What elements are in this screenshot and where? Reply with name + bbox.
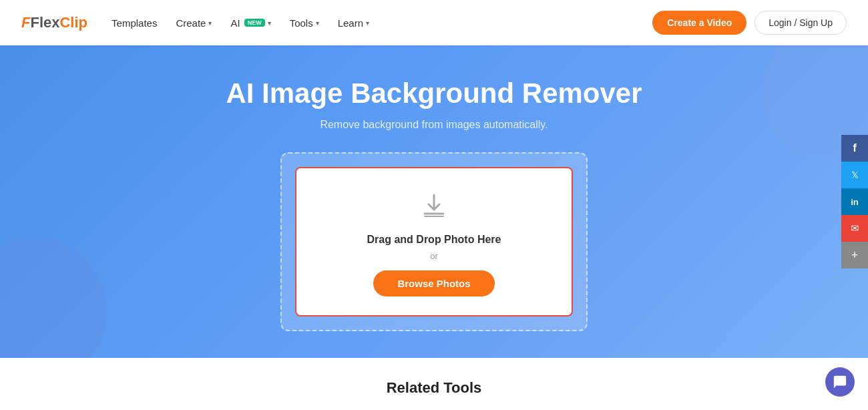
email-icon: ✉: [851, 222, 859, 234]
email-share-button[interactable]: ✉: [841, 215, 868, 242]
twitter-icon: 𝕏: [851, 170, 859, 180]
navbar-left: F Flex Clip Templates Create ▾ AI NEW ▾ …: [21, 14, 369, 31]
nav-templates[interactable]: Templates: [112, 17, 157, 29]
upload-outer-box: Drag and Drop Photo Here or Browse Photo…: [280, 152, 588, 331]
facebook-share-button[interactable]: f: [841, 135, 868, 162]
linkedin-share-button[interactable]: in: [841, 188, 868, 215]
login-signup-button[interactable]: Login / Sign Up: [754, 11, 847, 35]
chevron-down-icon: ▾: [268, 19, 271, 27]
drag-drop-text: Drag and Drop Photo Here: [367, 234, 501, 246]
social-sidebar: f 𝕏 in ✉ +: [841, 135, 868, 268]
navbar: F Flex Clip Templates Create ▾ AI NEW ▾ …: [0, 0, 868, 45]
logo-f: F: [21, 14, 30, 31]
plus-icon: +: [851, 248, 859, 262]
twitter-share-button[interactable]: 𝕏: [841, 162, 868, 188]
chat-icon: [833, 375, 847, 389]
navbar-right: Create a Video Login / Sign Up: [652, 11, 847, 35]
chat-bubble-button[interactable]: [825, 367, 855, 397]
hero-subtitle: Remove background from images automatica…: [320, 119, 548, 131]
nav-ai[interactable]: AI NEW ▾: [230, 17, 270, 29]
or-text: or: [430, 251, 438, 261]
chevron-down-icon: ▾: [208, 19, 212, 27]
nav-learn[interactable]: Learn ▾: [338, 17, 369, 29]
linkedin-icon: in: [851, 197, 859, 207]
chevron-down-icon: ▾: [366, 19, 369, 27]
hero-title: AI Image Background Remover: [226, 77, 642, 110]
ai-new-badge: NEW: [244, 19, 265, 27]
upload-inner-box[interactable]: Drag and Drop Photo Here or Browse Photo…: [295, 167, 573, 317]
logo[interactable]: F Flex Clip: [21, 14, 87, 31]
nav-tools[interactable]: Tools ▾: [290, 17, 319, 29]
related-tools-section: Related Tools: [0, 358, 868, 410]
chevron-down-icon: ▾: [316, 19, 319, 27]
create-video-button[interactable]: Create a Video: [652, 11, 746, 35]
facebook-icon: f: [853, 142, 857, 155]
nav-create[interactable]: Create ▾: [176, 17, 212, 29]
logo-clip-text: Clip: [59, 14, 87, 31]
download-icon: [418, 190, 450, 224]
logo-flex-text: Flex: [30, 14, 59, 31]
hero-section: AI Image Background Remover Remove backg…: [0, 45, 868, 358]
browse-photos-button[interactable]: Browse Photos: [373, 270, 494, 296]
more-share-button[interactable]: +: [841, 242, 868, 268]
nav-links: Templates Create ▾ AI NEW ▾ Tools ▾ Lear…: [112, 17, 369, 29]
related-tools-title: Related Tools: [13, 379, 855, 397]
